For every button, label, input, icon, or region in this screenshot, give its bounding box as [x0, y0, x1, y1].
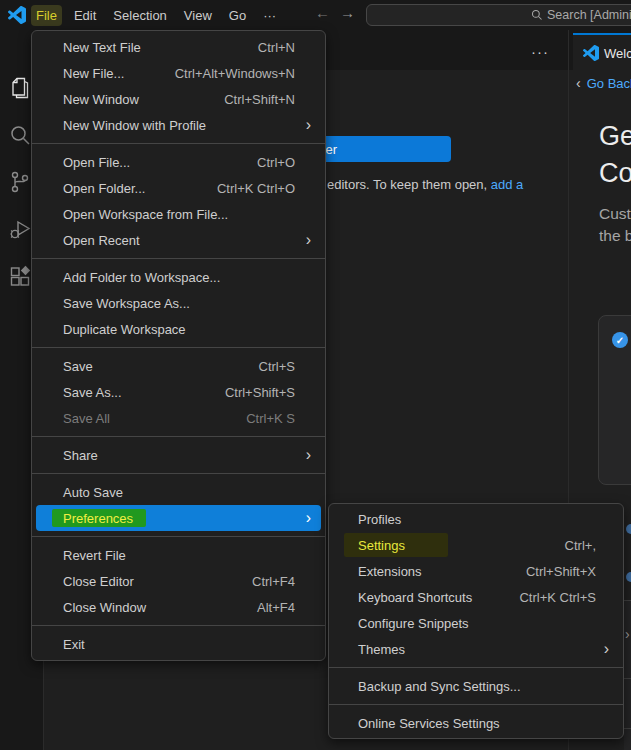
- list-separator-fragment: [624, 678, 631, 679]
- vscode-file-icon: [583, 45, 599, 61]
- shortcut: Ctrl+K Ctrl+S: [519, 590, 596, 605]
- label: New File...: [63, 66, 124, 81]
- menu-item-open-file[interactable]: Open File...Ctrl+O: [32, 149, 325, 175]
- search-placeholder: Search [Administrator: [547, 8, 631, 22]
- label: Open Workspace from File...: [63, 207, 228, 222]
- menu-item-duplicate-workspace[interactable]: Duplicate Workspace: [32, 316, 325, 342]
- label: Open File...: [63, 155, 130, 170]
- menu-separator: [329, 667, 623, 668]
- restored-editors-text: editors. To keep them open, add a: [327, 177, 523, 192]
- shortcut: Ctrl+S: [259, 359, 295, 374]
- label: Preferences: [63, 511, 133, 526]
- tab-welcome[interactable]: Welcome: [573, 33, 631, 70]
- label: New Window: [63, 92, 139, 107]
- menubar-view[interactable]: View: [179, 5, 217, 26]
- welcome-subtitle: Customize your editor, learn the basics,…: [599, 203, 631, 247]
- label: New Text File: [63, 40, 141, 55]
- label: Save All: [63, 411, 110, 426]
- search-view-icon[interactable]: [8, 123, 32, 147]
- menu-bar: File Edit Selection View Go ···: [31, 4, 281, 27]
- label: Revert File: [63, 548, 126, 563]
- restored-text: editors. To keep them open,: [327, 177, 491, 192]
- shortcut: Ctrl+Shift+N: [224, 92, 295, 107]
- menu-item-new-file[interactable]: New File...Ctrl+Alt+Windows+N: [32, 60, 325, 86]
- chevron-fragment-icon: ›: [625, 626, 630, 642]
- explorer-icon[interactable]: [8, 76, 32, 100]
- menu-item-save-as[interactable]: Save As...Ctrl+Shift+S: [32, 379, 325, 405]
- label: Online Services Settings: [358, 716, 500, 731]
- label: Extensions: [358, 564, 422, 579]
- title-bar: File Edit Selection View Go ··· ← → Sear…: [0, 0, 631, 30]
- submenu-arrow-icon: ›: [306, 232, 311, 248]
- shortcut: Alt+F4: [257, 600, 295, 615]
- menu-item-themes[interactable]: Themes›: [329, 636, 623, 662]
- menu-item-add-folder-to-workspace[interactable]: Add Folder to Workspace...: [32, 264, 325, 290]
- menu-item-online-services-settings[interactable]: Online Services Settings: [329, 710, 623, 736]
- menubar-more[interactable]: ···: [258, 5, 281, 26]
- menu-item-configure-snippets[interactable]: Configure Snippets: [329, 610, 623, 636]
- menu-item-profiles[interactable]: Profiles: [329, 506, 623, 532]
- menu-item-revert-file[interactable]: Revert File: [32, 542, 325, 568]
- menu-item-close-editor[interactable]: Close EditorCtrl+F4: [32, 568, 325, 594]
- label: Open Recent: [63, 233, 140, 248]
- shortcut: Ctrl+K S: [246, 411, 295, 426]
- nav-back-icon[interactable]: ←: [315, 4, 330, 21]
- menubar-edit[interactable]: Edit: [69, 5, 101, 26]
- list-separator-fragment: [624, 728, 631, 729]
- menu-separator: [32, 536, 325, 537]
- file-menu: New Text FileCtrl+N New File...Ctrl+Alt+…: [31, 30, 326, 661]
- nav-forward-icon[interactable]: →: [340, 4, 355, 21]
- menu-item-open-folder[interactable]: Open Folder...Ctrl+K Ctrl+O: [32, 175, 325, 201]
- label: Backup and Sync Settings...: [358, 679, 521, 694]
- label: Close Window: [63, 600, 146, 615]
- menu-item-open-recent[interactable]: Open Recent›: [32, 227, 325, 253]
- submenu-arrow-icon: ›: [604, 641, 609, 657]
- shortcut: Ctrl+Shift+S: [225, 385, 295, 400]
- shortcut: Ctrl+Alt+Windows+N: [175, 66, 295, 81]
- add-a-link[interactable]: add a: [491, 177, 524, 192]
- menu-item-new-window-with-profile[interactable]: New Window with Profile›: [32, 112, 325, 138]
- menu-item-auto-save[interactable]: Auto Save: [32, 479, 325, 505]
- menu-item-new-window[interactable]: New WindowCtrl+Shift+N: [32, 86, 325, 112]
- menu-separator: [32, 436, 325, 437]
- menu-item-exit[interactable]: Exit: [32, 631, 325, 657]
- welcome-heading-line2: Code: [599, 155, 631, 192]
- submenu-arrow-icon: ›: [306, 117, 311, 133]
- menu-item-keyboard-shortcuts[interactable]: Keyboard ShortcutsCtrl+K Ctrl+S: [329, 584, 623, 610]
- menu-item-save-workspace-as[interactable]: Save Workspace As...: [32, 290, 325, 316]
- label: Auto Save: [63, 485, 123, 500]
- search-icon: [531, 9, 543, 21]
- source-control-icon[interactable]: [8, 170, 32, 194]
- menu-separator: [32, 625, 325, 626]
- menu-item-save[interactable]: SaveCtrl+S: [32, 353, 325, 379]
- label: Configure Snippets: [358, 616, 469, 631]
- menu-separator: [329, 704, 623, 705]
- menu-item-save-all: Save AllCtrl+K S: [32, 405, 325, 431]
- menu-separator: [32, 347, 325, 348]
- menubar-file[interactable]: File: [31, 5, 62, 26]
- go-back-link[interactable]: ‹Go Back: [576, 75, 631, 91]
- menubar-go[interactable]: Go: [224, 5, 251, 26]
- menu-item-open-workspace-from-file[interactable]: Open Workspace from File...: [32, 201, 325, 227]
- menu-item-preferences[interactable]: Preferences›: [36, 505, 321, 531]
- preferences-submenu: Profiles SettingsCtrl+, ExtensionsCtrl+S…: [328, 503, 624, 739]
- label: Save: [63, 359, 93, 374]
- run-debug-icon[interactable]: [8, 218, 32, 242]
- menu-item-share[interactable]: Share›: [32, 442, 325, 468]
- menu-item-new-text-file[interactable]: New Text FileCtrl+N: [32, 34, 325, 60]
- submenu-arrow-icon: ›: [306, 447, 311, 463]
- shortcut: Ctrl+F4: [252, 574, 295, 589]
- extensions-icon[interactable]: [8, 265, 32, 289]
- menu-separator: [32, 143, 325, 144]
- menubar-selection[interactable]: Selection: [108, 5, 171, 26]
- menu-item-settings[interactable]: SettingsCtrl+,: [329, 532, 623, 558]
- menu-item-extensions[interactable]: ExtensionsCtrl+Shift+X: [329, 558, 623, 584]
- editor-actions-more-icon[interactable]: ···: [531, 43, 549, 60]
- label: Themes: [358, 642, 405, 657]
- chevron-left-icon: ‹: [576, 75, 581, 91]
- annotation-highlight: Preferences: [52, 509, 146, 527]
- label: Duplicate Workspace: [63, 322, 186, 337]
- menu-item-close-window[interactable]: Close WindowAlt+F4: [32, 594, 325, 620]
- menu-separator: [32, 258, 325, 259]
- menu-item-backup-sync-settings[interactable]: Backup and Sync Settings...: [329, 673, 623, 699]
